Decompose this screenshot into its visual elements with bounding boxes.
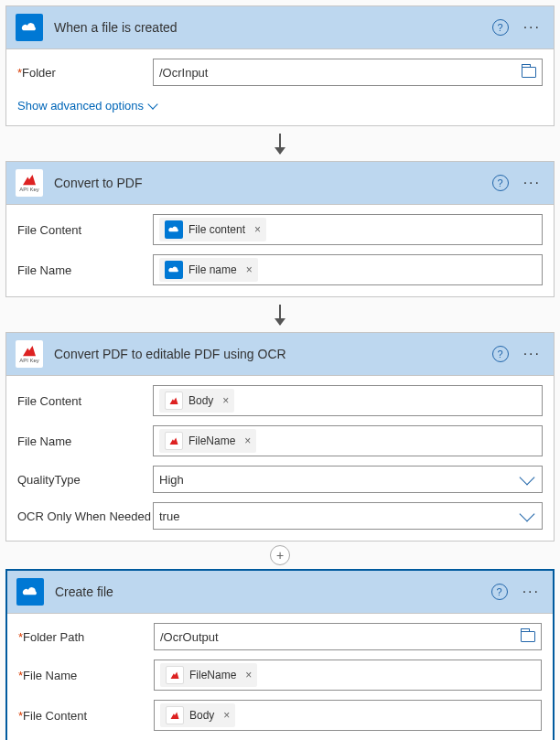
chevron-down-icon — [520, 470, 535, 486]
filecontent-input[interactable]: Body × — [153, 385, 543, 416]
step-body: *Folder Path /OcrOutput *File Name FileN… — [7, 614, 553, 740]
apikey-icon: API Key — [16, 340, 43, 368]
onedrive-icon — [165, 261, 183, 279]
field-row-folderpath: *Folder Path /OcrOutput — [18, 623, 542, 650]
step-header[interactable]: API Key Convert to PDF ? ··· — [6, 162, 554, 205]
more-icon[interactable]: ··· — [520, 19, 544, 36]
help-icon[interactable]: ? — [492, 346, 509, 362]
step-title: When a file is created — [54, 20, 481, 35]
more-icon[interactable]: ··· — [520, 175, 544, 191]
token-file-name[interactable]: File name × — [159, 258, 258, 282]
field-label: OCR Only When Needed — [17, 509, 153, 523]
apikey-icon — [166, 666, 184, 684]
field-row-filename: File Name File name × — [17, 254, 543, 285]
step-body: *Folder /OcrInput Show advanced options — [6, 49, 554, 125]
ocronly-select[interactable]: true — [153, 502, 543, 530]
token-file-content[interactable]: File content × — [159, 218, 266, 241]
field-label: *Folder Path — [18, 630, 154, 644]
field-label: File Name — [17, 263, 153, 277]
help-icon[interactable]: ? — [491, 584, 508, 600]
field-row-folder: *Folder /OcrInput — [17, 59, 543, 86]
chevron-down-icon — [520, 507, 535, 522]
field-label: File Content — [17, 223, 153, 237]
token-body[interactable]: Body × — [159, 389, 234, 413]
connector-add: + — [5, 542, 555, 569]
connector — [5, 126, 555, 161]
remove-token-icon[interactable]: × — [251, 223, 261, 236]
remove-token-icon[interactable]: × — [242, 263, 253, 276]
step-when-file-created: When a file is created ? ··· *Folder /Oc… — [5, 5, 555, 126]
field-row-ocronly: OCR Only When Needed true — [17, 502, 543, 530]
chevron-down-icon — [147, 99, 157, 109]
connector — [5, 297, 555, 332]
field-row-filename: File Name FileName × — [17, 425, 543, 456]
step-create-file: Create file ? ··· *Folder Path /OcrOutpu… — [5, 569, 555, 740]
field-row-quality: QualityType High — [17, 466, 543, 493]
filename-input[interactable]: FileName × — [154, 660, 542, 691]
folder-picker-icon[interactable] — [522, 67, 536, 78]
quality-select[interactable]: High — [153, 466, 543, 493]
token-body[interactable]: Body × — [160, 703, 235, 727]
apikey-icon: API Key — [16, 169, 43, 197]
onedrive-icon — [16, 578, 44, 606]
filename-input[interactable]: File name × — [153, 254, 543, 285]
apikey-icon — [166, 706, 184, 724]
field-row-filename: *File Name FileName × — [18, 660, 542, 691]
remove-token-icon[interactable]: × — [241, 434, 251, 447]
step-header[interactable]: API Key Convert PDF to editable PDF usin… — [6, 333, 554, 376]
folderpath-input[interactable]: /OcrOutput — [154, 623, 542, 650]
field-label: File Name — [17, 434, 153, 448]
onedrive-icon — [165, 220, 183, 239]
step-title: Convert PDF to editable PDF using OCR — [54, 347, 481, 361]
apikey-icon — [165, 391, 183, 410]
more-icon[interactable]: ··· — [520, 346, 544, 362]
folder-picker-icon[interactable] — [521, 631, 535, 642]
add-step-button[interactable]: + — [270, 545, 290, 565]
field-row-filecontent: *File Content Body × — [18, 700, 542, 731]
arrow-down-icon — [279, 134, 281, 154]
help-icon[interactable]: ? — [492, 19, 509, 36]
filename-input[interactable]: FileName × — [153, 425, 543, 456]
field-label: *File Name — [18, 669, 154, 682]
field-label: *File Content — [18, 709, 154, 723]
token-filename[interactable]: FileName × — [159, 429, 256, 453]
step-body: File Content Body × File Name FileName ×… — [6, 376, 554, 541]
onedrive-icon — [16, 14, 43, 41]
folderpath-value: /OcrOutput — [160, 630, 515, 644]
field-label: File Content — [17, 394, 153, 408]
step-convert-to-pdf: API Key Convert to PDF ? ··· File Conten… — [5, 161, 555, 297]
field-row-filecontent: File Content Body × — [17, 385, 543, 416]
field-row-filecontent: File Content File content × — [17, 214, 543, 245]
filecontent-input[interactable]: Body × — [154, 700, 542, 731]
help-icon[interactable]: ? — [492, 175, 509, 191]
step-header[interactable]: Create file ? ··· — [7, 571, 553, 614]
field-label: QualityType — [17, 473, 153, 487]
filecontent-input[interactable]: File content × — [153, 214, 543, 245]
step-title: Convert to PDF — [54, 176, 481, 190]
step-body: File Content File content × File Name Fi… — [6, 205, 554, 296]
folder-input[interactable]: /OcrInput — [153, 59, 543, 86]
arrow-down-icon — [279, 305, 281, 325]
step-header[interactable]: When a file is created ? ··· — [6, 6, 554, 49]
remove-token-icon[interactable]: × — [220, 709, 230, 722]
remove-token-icon[interactable]: × — [219, 394, 229, 407]
show-advanced-link[interactable]: Show advanced options — [17, 95, 156, 114]
remove-token-icon[interactable]: × — [242, 669, 252, 681]
token-filename[interactable]: FileName × — [160, 663, 257, 687]
apikey-icon — [165, 432, 183, 450]
step-title: Create file — [55, 584, 480, 599]
step-convert-pdf-ocr: API Key Convert PDF to editable PDF usin… — [5, 332, 555, 542]
field-label: *Folder — [17, 66, 153, 80]
folder-value: /OcrInput — [159, 66, 516, 80]
more-icon[interactable]: ··· — [519, 584, 544, 600]
